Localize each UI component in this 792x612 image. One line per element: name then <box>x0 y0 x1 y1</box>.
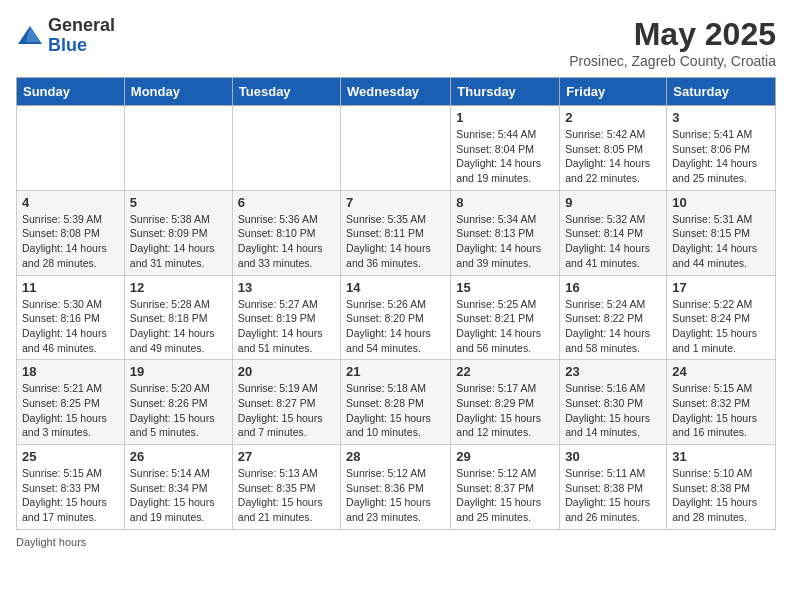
day-header-tuesday: Tuesday <box>232 78 340 106</box>
day-info: Sunrise: 5:15 AM Sunset: 8:33 PM Dayligh… <box>22 466 119 525</box>
day-number: 20 <box>238 364 335 379</box>
day-number: 24 <box>672 364 770 379</box>
calendar-cell <box>17 106 125 191</box>
day-info: Sunrise: 5:12 AM Sunset: 8:36 PM Dayligh… <box>346 466 445 525</box>
calendar-header-row: SundayMondayTuesdayWednesdayThursdayFrid… <box>17 78 776 106</box>
day-info: Sunrise: 5:34 AM Sunset: 8:13 PM Dayligh… <box>456 212 554 271</box>
calendar-cell: 7Sunrise: 5:35 AM Sunset: 8:11 PM Daylig… <box>341 190 451 275</box>
day-info: Sunrise: 5:15 AM Sunset: 8:32 PM Dayligh… <box>672 381 770 440</box>
calendar-cell: 4Sunrise: 5:39 AM Sunset: 8:08 PM Daylig… <box>17 190 125 275</box>
day-info: Sunrise: 5:39 AM Sunset: 8:08 PM Dayligh… <box>22 212 119 271</box>
title-block: May 2025 Prosinec, Zagreb County, Croati… <box>569 16 776 69</box>
day-info: Sunrise: 5:28 AM Sunset: 8:18 PM Dayligh… <box>130 297 227 356</box>
calendar-week-row: 1Sunrise: 5:44 AM Sunset: 8:04 PM Daylig… <box>17 106 776 191</box>
day-number: 13 <box>238 280 335 295</box>
day-info: Sunrise: 5:21 AM Sunset: 8:25 PM Dayligh… <box>22 381 119 440</box>
day-info: Sunrise: 5:31 AM Sunset: 8:15 PM Dayligh… <box>672 212 770 271</box>
day-info: Sunrise: 5:32 AM Sunset: 8:14 PM Dayligh… <box>565 212 661 271</box>
day-number: 17 <box>672 280 770 295</box>
day-header-wednesday: Wednesday <box>341 78 451 106</box>
calendar-cell: 15Sunrise: 5:25 AM Sunset: 8:21 PM Dayli… <box>451 275 560 360</box>
day-info: Sunrise: 5:14 AM Sunset: 8:34 PM Dayligh… <box>130 466 227 525</box>
day-number: 23 <box>565 364 661 379</box>
calendar-table: SundayMondayTuesdayWednesdayThursdayFrid… <box>16 77 776 530</box>
day-header-saturday: Saturday <box>667 78 776 106</box>
day-number: 5 <box>130 195 227 210</box>
day-info: Sunrise: 5:24 AM Sunset: 8:22 PM Dayligh… <box>565 297 661 356</box>
day-info: Sunrise: 5:20 AM Sunset: 8:26 PM Dayligh… <box>130 381 227 440</box>
calendar-cell: 6Sunrise: 5:36 AM Sunset: 8:10 PM Daylig… <box>232 190 340 275</box>
day-info: Sunrise: 5:18 AM Sunset: 8:28 PM Dayligh… <box>346 381 445 440</box>
calendar-cell: 25Sunrise: 5:15 AM Sunset: 8:33 PM Dayli… <box>17 445 125 530</box>
calendar-cell <box>124 106 232 191</box>
day-number: 2 <box>565 110 661 125</box>
calendar-cell: 28Sunrise: 5:12 AM Sunset: 8:36 PM Dayli… <box>341 445 451 530</box>
calendar-cell: 18Sunrise: 5:21 AM Sunset: 8:25 PM Dayli… <box>17 360 125 445</box>
day-info: Sunrise: 5:35 AM Sunset: 8:11 PM Dayligh… <box>346 212 445 271</box>
calendar-cell: 27Sunrise: 5:13 AM Sunset: 8:35 PM Dayli… <box>232 445 340 530</box>
day-info: Sunrise: 5:42 AM Sunset: 8:05 PM Dayligh… <box>565 127 661 186</box>
logo-general: General <box>48 16 115 36</box>
day-info: Sunrise: 5:44 AM Sunset: 8:04 PM Dayligh… <box>456 127 554 186</box>
day-info: Sunrise: 5:36 AM Sunset: 8:10 PM Dayligh… <box>238 212 335 271</box>
day-number: 27 <box>238 449 335 464</box>
calendar-cell <box>232 106 340 191</box>
day-number: 1 <box>456 110 554 125</box>
day-info: Sunrise: 5:25 AM Sunset: 8:21 PM Dayligh… <box>456 297 554 356</box>
logo-icon <box>16 22 44 50</box>
day-info: Sunrise: 5:17 AM Sunset: 8:29 PM Dayligh… <box>456 381 554 440</box>
calendar-cell: 30Sunrise: 5:11 AM Sunset: 8:38 PM Dayli… <box>560 445 667 530</box>
day-header-thursday: Thursday <box>451 78 560 106</box>
day-number: 22 <box>456 364 554 379</box>
calendar-week-row: 11Sunrise: 5:30 AM Sunset: 8:16 PM Dayli… <box>17 275 776 360</box>
calendar-cell: 1Sunrise: 5:44 AM Sunset: 8:04 PM Daylig… <box>451 106 560 191</box>
day-number: 10 <box>672 195 770 210</box>
calendar-cell: 26Sunrise: 5:14 AM Sunset: 8:34 PM Dayli… <box>124 445 232 530</box>
day-number: 9 <box>565 195 661 210</box>
day-number: 14 <box>346 280 445 295</box>
day-number: 16 <box>565 280 661 295</box>
calendar-cell: 3Sunrise: 5:41 AM Sunset: 8:06 PM Daylig… <box>667 106 776 191</box>
day-number: 21 <box>346 364 445 379</box>
day-info: Sunrise: 5:26 AM Sunset: 8:20 PM Dayligh… <box>346 297 445 356</box>
day-number: 26 <box>130 449 227 464</box>
calendar-cell: 12Sunrise: 5:28 AM Sunset: 8:18 PM Dayli… <box>124 275 232 360</box>
calendar-cell: 9Sunrise: 5:32 AM Sunset: 8:14 PM Daylig… <box>560 190 667 275</box>
day-info: Sunrise: 5:12 AM Sunset: 8:37 PM Dayligh… <box>456 466 554 525</box>
calendar-cell: 13Sunrise: 5:27 AM Sunset: 8:19 PM Dayli… <box>232 275 340 360</box>
day-number: 4 <box>22 195 119 210</box>
day-number: 30 <box>565 449 661 464</box>
location: Prosinec, Zagreb County, Croatia <box>569 53 776 69</box>
day-info: Sunrise: 5:41 AM Sunset: 8:06 PM Dayligh… <box>672 127 770 186</box>
day-number: 25 <box>22 449 119 464</box>
calendar-week-row: 4Sunrise: 5:39 AM Sunset: 8:08 PM Daylig… <box>17 190 776 275</box>
day-info: Sunrise: 5:11 AM Sunset: 8:38 PM Dayligh… <box>565 466 661 525</box>
calendar-cell: 23Sunrise: 5:16 AM Sunset: 8:30 PM Dayli… <box>560 360 667 445</box>
svg-marker-1 <box>26 26 40 42</box>
day-header-monday: Monday <box>124 78 232 106</box>
day-number: 29 <box>456 449 554 464</box>
day-info: Sunrise: 5:27 AM Sunset: 8:19 PM Dayligh… <box>238 297 335 356</box>
calendar-cell: 17Sunrise: 5:22 AM Sunset: 8:24 PM Dayli… <box>667 275 776 360</box>
calendar-cell: 19Sunrise: 5:20 AM Sunset: 8:26 PM Dayli… <box>124 360 232 445</box>
logo-text: General Blue <box>48 16 115 56</box>
day-number: 15 <box>456 280 554 295</box>
day-number: 7 <box>346 195 445 210</box>
day-header-friday: Friday <box>560 78 667 106</box>
day-header-sunday: Sunday <box>17 78 125 106</box>
calendar-cell: 29Sunrise: 5:12 AM Sunset: 8:37 PM Dayli… <box>451 445 560 530</box>
day-info: Sunrise: 5:38 AM Sunset: 8:09 PM Dayligh… <box>130 212 227 271</box>
calendar-cell: 5Sunrise: 5:38 AM Sunset: 8:09 PM Daylig… <box>124 190 232 275</box>
day-info: Sunrise: 5:10 AM Sunset: 8:38 PM Dayligh… <box>672 466 770 525</box>
day-number: 8 <box>456 195 554 210</box>
page-header: General Blue May 2025 Prosinec, Zagreb C… <box>16 16 776 69</box>
day-number: 6 <box>238 195 335 210</box>
calendar-cell: 21Sunrise: 5:18 AM Sunset: 8:28 PM Dayli… <box>341 360 451 445</box>
day-number: 18 <box>22 364 119 379</box>
calendar-cell <box>341 106 451 191</box>
logo: General Blue <box>16 16 115 56</box>
day-number: 11 <box>22 280 119 295</box>
calendar-week-row: 25Sunrise: 5:15 AM Sunset: 8:33 PM Dayli… <box>17 445 776 530</box>
day-info: Sunrise: 5:16 AM Sunset: 8:30 PM Dayligh… <box>565 381 661 440</box>
calendar-cell: 14Sunrise: 5:26 AM Sunset: 8:20 PM Dayli… <box>341 275 451 360</box>
